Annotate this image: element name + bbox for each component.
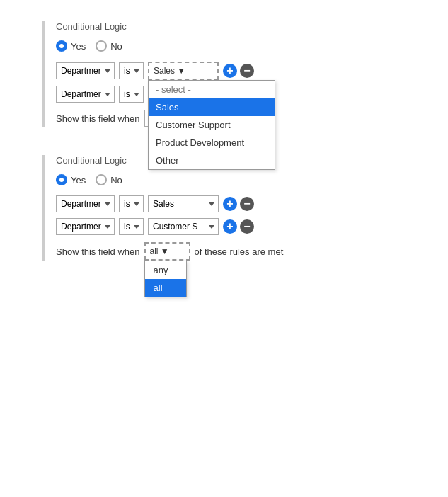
section-1: Conditional Logic Yes No Departmer bbox=[42, 21, 406, 127]
radio-yes-1[interactable]: Yes bbox=[56, 40, 86, 52]
radio-no-2[interactable]: No bbox=[96, 174, 122, 185]
remove-rule-button-4[interactable]: − bbox=[240, 219, 254, 234]
radio-group-1: Yes No bbox=[56, 40, 406, 52]
radio-no-circle-1 bbox=[96, 40, 107, 52]
condition-select-3[interactable]: is bbox=[119, 195, 144, 212]
all-select-open[interactable]: all ▼ bbox=[144, 242, 190, 261]
condition-select-2[interactable]: is bbox=[119, 86, 144, 103]
all-dropdown-popup: any all bbox=[144, 261, 187, 297]
condition-select-wrapper-3: is bbox=[119, 195, 144, 212]
field-select-wrapper-3: Departmer bbox=[56, 195, 115, 212]
condition-select-wrapper-2: is bbox=[119, 86, 144, 103]
rule-row-3: Departmer is Sales + − bbox=[56, 195, 406, 212]
value-select-wrapper-3: Sales bbox=[148, 195, 219, 212]
value-select-wrapper-4: Customer S bbox=[148, 218, 219, 235]
dropdown-item-any[interactable]: any bbox=[145, 261, 186, 279]
rule-row-1: Departmer is Sales ▼ - select - Sales Cu… bbox=[56, 62, 406, 80]
radio-yes-label-2: Yes bbox=[71, 175, 86, 185]
field-select-2[interactable]: Departmer bbox=[56, 86, 115, 103]
radio-yes-circle-1 bbox=[56, 40, 67, 52]
section-2: Conditional Logic Yes No Departmer bbox=[42, 155, 406, 261]
value-select-4[interactable]: Customer S bbox=[148, 218, 219, 235]
all-dropdown-container: all ▼ any all bbox=[144, 242, 190, 261]
condition-select-1[interactable]: is bbox=[119, 62, 144, 79]
dropdown-item-all[interactable]: all bbox=[145, 279, 186, 297]
dropdown-item-customer-support[interactable]: Customer Support bbox=[149, 116, 275, 134]
radio-yes-circle-2 bbox=[56, 174, 67, 185]
rule-actions-3: + − bbox=[223, 197, 254, 211]
radio-no-label-2: No bbox=[110, 175, 122, 185]
show-when-label-2: Show this field when bbox=[56, 246, 140, 257]
value-select-open-1[interactable]: Sales ▼ bbox=[148, 62, 219, 80]
dropdown-item-sales[interactable]: Sales bbox=[149, 98, 275, 116]
radio-no-1[interactable]: No bbox=[96, 40, 122, 52]
page-container: Conditional Logic Yes No Departmer bbox=[0, 0, 448, 310]
add-rule-button-4[interactable]: + bbox=[223, 219, 237, 234]
condition-select-wrapper-4: is bbox=[119, 218, 144, 235]
dropdown-item-product-dev[interactable]: Product Development bbox=[149, 134, 275, 152]
remove-rule-button-3[interactable]: − bbox=[240, 197, 254, 211]
field-select-4[interactable]: Departmer bbox=[56, 218, 115, 235]
radio-group-2: Yes No bbox=[56, 174, 406, 185]
rule-row-4: Departmer is Customer S + − bbox=[56, 218, 406, 235]
value-select-3[interactable]: Sales bbox=[148, 195, 219, 212]
condition-select-4[interactable]: is bbox=[119, 218, 144, 235]
dropdown-popup-1: - select - Sales Customer Support Produc… bbox=[148, 80, 275, 170]
section-1-title: Conditional Logic bbox=[56, 21, 406, 32]
value-dropdown-container-1: Sales ▼ - select - Sales Customer Suppor… bbox=[148, 62, 219, 80]
show-when-row-2: Show this field when all ▼ any all of th… bbox=[56, 242, 406, 261]
remove-rule-button-1[interactable]: − bbox=[240, 64, 254, 78]
show-when-suffix-2: of these rules are met bbox=[195, 246, 284, 257]
field-select-wrapper-1: Departmer bbox=[56, 62, 115, 79]
radio-no-label-1: No bbox=[110, 41, 122, 52]
show-when-label-1: Show this field when bbox=[56, 113, 140, 124]
rule-actions-4: + − bbox=[223, 219, 254, 234]
field-select-1[interactable]: Departmer bbox=[56, 62, 115, 79]
radio-yes-label-1: Yes bbox=[71, 41, 86, 52]
field-select-wrapper-4: Departmer bbox=[56, 218, 115, 235]
condition-select-wrapper-1: is bbox=[119, 62, 144, 79]
dropdown-item-select[interactable]: - select - bbox=[149, 81, 275, 98]
field-select-3[interactable]: Departmer bbox=[56, 195, 115, 212]
field-select-wrapper-2: Departmer bbox=[56, 86, 115, 103]
add-rule-button-3[interactable]: + bbox=[223, 197, 237, 211]
dropdown-item-other[interactable]: Other bbox=[149, 152, 275, 169]
add-rule-button-1[interactable]: + bbox=[223, 64, 237, 78]
radio-no-circle-2 bbox=[96, 174, 107, 185]
rule-actions-1: + − bbox=[223, 64, 254, 78]
radio-yes-2[interactable]: Yes bbox=[56, 174, 86, 185]
